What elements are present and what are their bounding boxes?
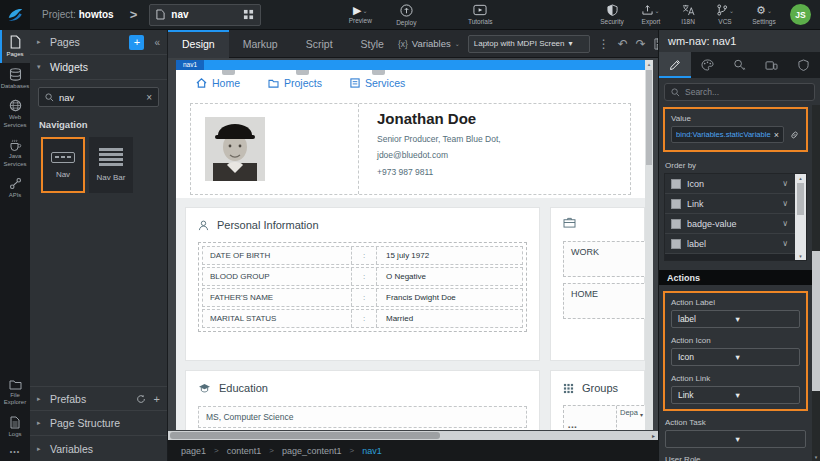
- prefabs-section-header[interactable]: ▸ Prefabs +: [30, 386, 167, 411]
- export-button[interactable]: ⌄ Export: [632, 4, 670, 25]
- rail-item-databases[interactable]: Databases: [0, 63, 30, 95]
- nav-item-services[interactable]: Services: [350, 77, 405, 89]
- action-link-select[interactable]: Link ▾: [671, 386, 800, 404]
- tab-markup[interactable]: Markup: [229, 30, 292, 58]
- add-page-button[interactable]: +: [129, 35, 144, 50]
- wavemaker-logo[interactable]: [0, 0, 30, 30]
- widget-search-input[interactable]: [59, 92, 141, 103]
- scrollbar-thumb[interactable]: [812, 251, 820, 391]
- tab-style[interactable]: Style: [347, 30, 398, 58]
- properties-search-input[interactable]: [685, 87, 808, 97]
- scrollbar-thumb[interactable]: [646, 70, 652, 165]
- checkbox[interactable]: [671, 199, 681, 209]
- action-label-select[interactable]: label ▾: [671, 310, 800, 328]
- tab-properties[interactable]: [659, 52, 691, 78]
- canvas-vertical-scrollbar[interactable]: ▴: [645, 60, 653, 430]
- collapse-panel-icon[interactable]: «: [154, 37, 160, 48]
- chevron-down-icon[interactable]: ∨: [782, 219, 795, 228]
- chevron-down-icon[interactable]: ∨: [782, 179, 795, 188]
- rail-item-file-explorer[interactable]: File Explorer: [0, 374, 30, 411]
- chevron-down-icon[interactable]: ∨: [782, 239, 795, 248]
- checkbox[interactable]: [671, 179, 681, 189]
- order-by-scrollbar[interactable]: ▴ ▾: [795, 174, 806, 260]
- address-cell-home[interactable]: HOME: [563, 283, 645, 319]
- vcs-button[interactable]: ⌄ VCS: [706, 4, 744, 25]
- checkbox[interactable]: [671, 239, 681, 249]
- value-bind-input[interactable]: bind:Variables.staticVariable1.dataSet ×: [671, 126, 784, 143]
- groups-cell[interactable]: ▪▪▪ Depa▾: [563, 405, 645, 430]
- breadcrumb-page-content1[interactable]: page_content1: [282, 446, 342, 456]
- address-panel[interactable]: WORK HOME: [550, 207, 645, 361]
- clear-value-icon[interactable]: ×: [774, 130, 779, 140]
- widgets-section-header[interactable]: ▾ Widgets: [30, 55, 167, 80]
- bind-link-icon[interactable]: [789, 129, 800, 140]
- groups-panel[interactable]: Groups ▪▪▪ Depa▾: [550, 370, 645, 430]
- redo-icon[interactable]: ↷: [636, 37, 646, 51]
- settings-button[interactable]: ⚙⌄ Settings: [744, 5, 784, 25]
- page-structure-section-header[interactable]: ▸ Page Structure: [30, 411, 167, 436]
- scroll-up-icon[interactable]: ▴: [645, 60, 653, 68]
- design-canvas-page[interactable]: nav1 Home Projects Services: [176, 60, 645, 430]
- breadcrumb-content1[interactable]: content1: [227, 446, 262, 456]
- drag-handle[interactable]: [222, 70, 235, 75]
- rail-item-web-services[interactable]: Web Services: [0, 94, 30, 133]
- user-avatar[interactable]: JS: [790, 4, 811, 25]
- checkbox[interactable]: [671, 219, 681, 229]
- breadcrumb-page1[interactable]: page1: [181, 446, 206, 456]
- deploy-button[interactable]: Deploy: [383, 4, 429, 26]
- rail-item-pages[interactable]: Pages: [0, 30, 30, 63]
- tab-security[interactable]: [788, 52, 820, 78]
- widget-tile-navbar[interactable]: Nav Bar: [89, 137, 133, 193]
- selected-widget-bar[interactable]: nav1: [176, 60, 645, 70]
- order-by-row-link[interactable]: Link ∨: [665, 194, 795, 214]
- education-panel[interactable]: Education MS, Computer Science: [185, 370, 540, 430]
- widget-tile-nav[interactable]: Nav: [41, 137, 85, 193]
- i18n-button[interactable]: I18N: [670, 4, 706, 25]
- more-options-icon[interactable]: •••: [0, 442, 30, 461]
- properties-scrollbar[interactable]: ▾: [812, 105, 820, 461]
- order-by-row-label[interactable]: label ∨: [665, 234, 795, 254]
- tutorials-button[interactable]: Tutorials: [457, 4, 503, 25]
- kebab-menu-icon[interactable]: ⋮: [598, 37, 610, 51]
- scroll-down-icon[interactable]: ▾: [799, 253, 802, 259]
- scroll-down-icon[interactable]: ▾: [812, 454, 820, 460]
- breadcrumb-nav1[interactable]: nav1: [362, 446, 382, 456]
- drag-handle[interactable]: [296, 70, 309, 75]
- profile-section[interactable]: Jonathan Doe Senior Producer, Team Blue …: [176, 96, 645, 198]
- education-row[interactable]: MS, Computer Science: [198, 406, 527, 428]
- preview-button[interactable]: ▶⌄ Preview: [337, 5, 383, 24]
- refresh-icon[interactable]: [136, 394, 146, 404]
- canvas-horizontal-scrollbar[interactable]: ▸: [168, 431, 658, 440]
- nav-widget[interactable]: Home Projects Services: [176, 70, 645, 96]
- page-selector[interactable]: nav: [149, 4, 261, 26]
- tab-events[interactable]: [723, 52, 755, 78]
- order-by-row-icon[interactable]: Icon ∨: [665, 174, 795, 194]
- personal-info-panel[interactable]: Personal Information DATE OF BIRTH : 15 …: [185, 207, 540, 361]
- pages-section-header[interactable]: ▸ Pages + «: [30, 30, 167, 55]
- action-icon-select[interactable]: Icon ▾: [671, 348, 800, 366]
- tab-devices[interactable]: [756, 52, 788, 78]
- nav-item-projects[interactable]: Projects: [268, 77, 322, 89]
- rail-item-apis[interactable]: APIs: [0, 172, 30, 204]
- table-row[interactable]: MARITAL STATUS : Married: [202, 309, 523, 328]
- table-row[interactable]: DATE OF BIRTH : 15 july 1972: [202, 246, 523, 265]
- scrollbar-thumb[interactable]: [797, 183, 804, 215]
- device-select[interactable]: Laptop with MDPI Screen ▾: [468, 35, 590, 53]
- security-button[interactable]: Security: [592, 4, 632, 25]
- tab-design[interactable]: Design: [168, 30, 229, 58]
- scrollbar-thumb[interactable]: [170, 432, 440, 439]
- properties-search-box[interactable]: [664, 83, 815, 101]
- address-cell-work[interactable]: WORK: [563, 241, 645, 277]
- variables-section-header[interactable]: ▸ Variables: [30, 436, 167, 461]
- rail-item-logs[interactable]: Logs: [0, 411, 30, 443]
- nav-item-home[interactable]: Home: [196, 77, 240, 89]
- clear-search-icon[interactable]: ×: [146, 92, 152, 103]
- tab-script[interactable]: Script: [292, 30, 347, 58]
- action-task-select[interactable]: ▾: [665, 430, 806, 448]
- scroll-up-icon[interactable]: ▴: [799, 175, 802, 181]
- variables-menu[interactable]: {x} Variables ⌄: [398, 38, 460, 49]
- undo-icon[interactable]: ↶: [618, 37, 628, 51]
- table-row[interactable]: BLOOD GROUP : O Negative: [202, 267, 523, 286]
- rail-item-java-services[interactable]: Java Services: [0, 133, 30, 172]
- table-row[interactable]: FATHER'S NAME : Francis Dwight Doe: [202, 288, 523, 307]
